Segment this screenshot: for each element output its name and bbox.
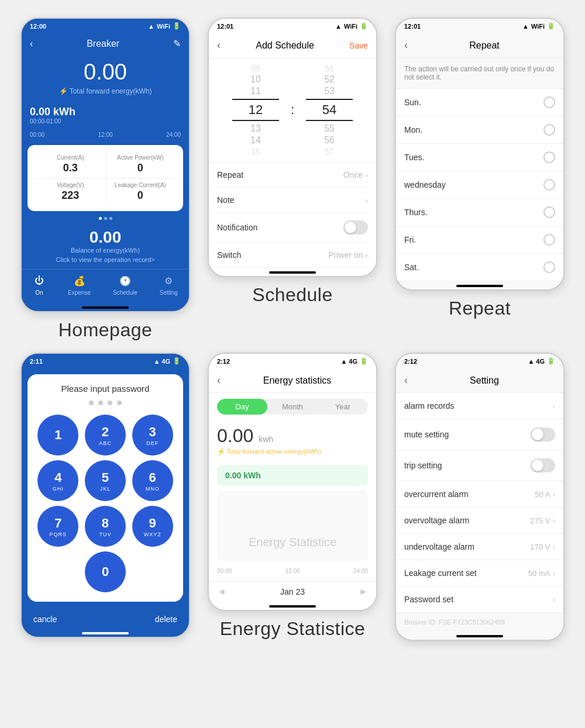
rep-status-icons: ▲ WiFi 🔋 bbox=[522, 22, 555, 30]
pw-delete-button[interactable]: delete bbox=[155, 615, 177, 624]
key-0[interactable]: 0 bbox=[85, 551, 126, 592]
key-9[interactable]: 9 WXYZ bbox=[132, 506, 173, 547]
meter-value: 0.00 kWh 00:00-01:00 bbox=[30, 106, 75, 125]
repeat-row[interactable]: Repeat Once › bbox=[217, 163, 368, 188]
day-fri-radio[interactable] bbox=[543, 234, 555, 246]
key-8[interactable]: 8 TUV bbox=[85, 506, 126, 547]
sch-status-icons: ▲ WiFi 🔋 bbox=[335, 22, 368, 30]
day-mon-radio[interactable] bbox=[543, 124, 555, 136]
en-back-button[interactable]: ‹ bbox=[217, 374, 221, 387]
pw-status-time: 2:11 bbox=[30, 358, 43, 365]
day-fri-label: Fri. bbox=[404, 235, 416, 244]
pw-actions: cancle delete bbox=[22, 608, 189, 629]
row-overvoltage[interactable]: overvoltage alarm 275 V › bbox=[396, 508, 563, 534]
set-battery: 🔋 bbox=[547, 357, 555, 365]
day-thurs[interactable]: Thurs. bbox=[396, 199, 563, 226]
day-mon[interactable]: Mon. bbox=[396, 116, 563, 144]
stats-row-top: Current(A) 0.3 Active Power(kW) 0 bbox=[36, 151, 175, 178]
sch-save-button[interactable]: Save bbox=[349, 41, 368, 50]
switch-row[interactable]: Switch Power on › bbox=[217, 243, 368, 268]
stats-current: Current(A) 0.3 bbox=[36, 151, 106, 178]
switch-value: Power on › bbox=[328, 250, 368, 260]
mute-toggle[interactable] bbox=[531, 427, 555, 441]
row-leakage[interactable]: Leakage current set 50 mA › bbox=[396, 560, 563, 586]
rep-back-button[interactable]: ‹ bbox=[404, 39, 408, 51]
key-4[interactable]: 4 GHI bbox=[37, 460, 78, 501]
home-header: ‹ Breaker ✎ bbox=[22, 33, 189, 54]
day-sun-radio[interactable] bbox=[543, 96, 555, 108]
day-wed-radio[interactable] bbox=[543, 179, 555, 191]
min-select-bar2 bbox=[306, 120, 353, 121]
day-tues[interactable]: Tues. bbox=[396, 144, 563, 171]
time-picker[interactable]: 09 10 11 12 13 14 15 : 51 52 53 54 bbox=[209, 58, 376, 163]
day-wed[interactable]: wednesday bbox=[396, 171, 563, 199]
key-3-number: 3 bbox=[149, 425, 156, 440]
switch-label: Switch bbox=[217, 250, 241, 260]
set-back-button[interactable]: ‹ bbox=[404, 374, 408, 387]
day-sun[interactable]: Sun. bbox=[396, 89, 563, 116]
en-chart-area: Energy Statistice bbox=[217, 491, 368, 561]
trip-toggle[interactable] bbox=[531, 458, 555, 472]
password-chevron: › bbox=[552, 595, 555, 604]
key-1[interactable]: 1 bbox=[37, 415, 78, 456]
pw-cancel-button[interactable]: cancle bbox=[33, 615, 57, 624]
nav-expense[interactable]: 💰 Expense bbox=[68, 274, 91, 296]
row-mute-setting[interactable]: mute setting bbox=[396, 419, 563, 450]
key-6[interactable]: 6 MNO bbox=[132, 460, 173, 501]
back-icon[interactable]: ‹ bbox=[30, 39, 33, 49]
row-password-set[interactable]: Password set › bbox=[396, 586, 563, 613]
repeat-note: The action will be carried out only once… bbox=[396, 58, 563, 89]
row-alarm-records[interactable]: alarm records › bbox=[396, 393, 563, 419]
breaker-id: Breaker ID: FSE-F723C513062499 bbox=[396, 613, 563, 632]
rep-signal: ▲ bbox=[522, 23, 529, 30]
nav-expense-label: Expense bbox=[68, 289, 91, 296]
tab-day[interactable]: Day bbox=[217, 399, 267, 415]
key-3[interactable]: 3 DEF bbox=[132, 415, 173, 456]
nav-schedule[interactable]: 🕐 Schedule bbox=[113, 274, 137, 296]
en-title: Energy statistics bbox=[226, 375, 368, 386]
notification-toggle[interactable] bbox=[343, 220, 368, 234]
day-wed-label: wednesday bbox=[404, 180, 446, 189]
pw-status-bar: 2:11 ▲ 4G 🔋 bbox=[22, 354, 189, 368]
password-set-label: Password set bbox=[404, 595, 453, 604]
chart-label-1: 12:00 bbox=[98, 132, 112, 138]
day-tues-radio[interactable] bbox=[543, 151, 555, 163]
undervoltage-label: undervoltage alarm bbox=[404, 542, 474, 551]
key-7-sub: PQRS bbox=[50, 532, 67, 537]
operation-link[interactable]: Click to view the operation record> bbox=[22, 256, 189, 269]
setting-wrapper: 2:12 ▲ 4G 🔋 ‹ Setting alarm records › bbox=[386, 347, 573, 647]
day-thurs-radio[interactable] bbox=[543, 206, 555, 218]
en-next-button[interactable]: ► bbox=[359, 586, 368, 597]
en-summary-card: 0.00 kWh bbox=[217, 465, 368, 486]
row-trip-setting[interactable]: trip setting bbox=[396, 450, 563, 481]
bottom-indicator bbox=[82, 306, 129, 309]
en-prev-button[interactable]: ◄ bbox=[217, 586, 226, 597]
pw-dot-3 bbox=[108, 401, 112, 405]
nav-on[interactable]: ⏻ On bbox=[33, 274, 46, 296]
tab-month[interactable]: Month bbox=[267, 399, 318, 415]
notification-row[interactable]: Notification bbox=[217, 213, 368, 243]
note-row[interactable]: Note › bbox=[217, 188, 368, 213]
on-icon: ⏻ bbox=[33, 274, 46, 287]
day-sat[interactable]: Sat. bbox=[396, 254, 563, 281]
nav-setting[interactable]: ⚙ Setting bbox=[160, 274, 178, 296]
wifi-icon: WiFi bbox=[157, 23, 170, 30]
dots-indicator bbox=[22, 213, 189, 223]
pw-signal: ▲ 4G bbox=[153, 358, 170, 365]
hour-dim3: 11 bbox=[250, 86, 261, 96]
day-fri[interactable]: Fri. bbox=[396, 226, 563, 254]
edit-icon[interactable]: ✎ bbox=[173, 38, 181, 49]
pw-battery: 🔋 bbox=[173, 357, 181, 365]
repeat-label: Repeat bbox=[217, 170, 243, 180]
row-undervoltage[interactable]: undervoltage alarm 170 V › bbox=[396, 534, 563, 560]
en-nav: ◄ Jan 23 ► bbox=[209, 581, 376, 602]
day-sat-radio[interactable] bbox=[543, 261, 555, 273]
tab-year[interactable]: Year bbox=[318, 399, 368, 415]
key-2[interactable]: 2 ABC bbox=[85, 415, 126, 456]
set-status-icons: ▲ 4G 🔋 bbox=[528, 357, 555, 365]
key-5[interactable]: 5 JKL bbox=[85, 460, 126, 501]
set-signal: ▲ 4G bbox=[528, 358, 545, 365]
overcurrent-chevron: › bbox=[552, 489, 555, 499]
key-7[interactable]: 7 PQRS bbox=[37, 506, 78, 547]
row-overcurrent[interactable]: overcurrent alarm 50 A › bbox=[396, 481, 563, 508]
